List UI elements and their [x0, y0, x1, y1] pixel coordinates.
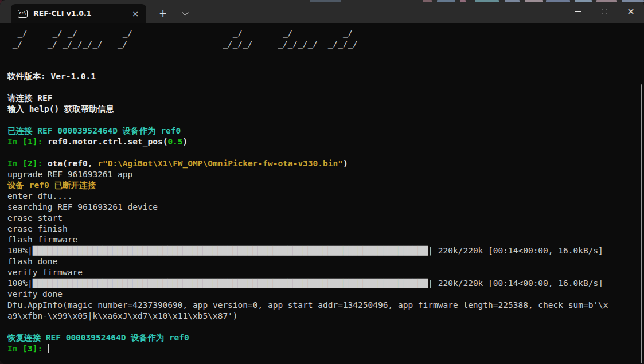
- terminal-line: In [3]:: [7, 343, 644, 354]
- tab-ref-cli[interactable]: c:\ REF-CLI v1.0.1 ×: [11, 4, 146, 23]
- terminal-line: 设备 ref0 已断开连接: [7, 180, 644, 191]
- terminal-line: 输入 help() 获取帮助信息: [7, 104, 644, 115]
- titlebar[interactable]: c:\ REF-CLI v1.0.1 × + ×: [0, 0, 644, 23]
- minimize-icon: [575, 11, 581, 12]
- terminal-line: enter dfu....: [7, 191, 644, 202]
- screen-artifact: [596, 0, 617, 2]
- screen-artifact: [546, 0, 570, 2]
- terminal-line: verify done: [7, 289, 644, 300]
- maximize-icon: [602, 9, 607, 14]
- terminal-line: Dfu.AppInfo(magic_number=4237390690, app…: [7, 300, 644, 311]
- terminal-line: [7, 147, 644, 158]
- terminal-line: _/ _/ _/ _/ _/ _/ _/: [7, 28, 644, 38]
- scrollbar-thumb[interactable]: [641, 84, 642, 364]
- screen-artifact: [622, 0, 644, 2]
- new-tab-button[interactable]: +: [154, 5, 171, 21]
- terminal-line: 100%|███████████████████████████████████…: [7, 278, 644, 289]
- minimize-button[interactable]: [565, 0, 591, 23]
- terminal-line: [7, 49, 644, 60]
- terminal-line: 已连接 REF 00003952464D 设备作为 ref0: [7, 126, 644, 136]
- terminal-line: upgrade REF 961693261 app: [7, 169, 644, 180]
- terminal-line: verify firmware: [7, 267, 644, 278]
- terminal-cursor: [48, 344, 50, 353]
- terminal-line: erase finish: [7, 224, 644, 234]
- terminal-line: [7, 115, 644, 126]
- chevron-down-icon: [182, 9, 188, 15]
- tab-close-icon[interactable]: ×: [130, 9, 140, 19]
- close-button[interactable]: ×: [618, 0, 644, 23]
- tab-dropdown-button[interactable]: [177, 5, 194, 21]
- terminal-line: 恢复连接 REF 00003952464D 设备作为 ref0: [7, 332, 644, 343]
- terminal-line: In [2]: ota(ref0, r"D:\AgiBot\X1\FW_OMP\…: [7, 158, 644, 169]
- command-prompt-icon: c:\: [18, 10, 28, 18]
- terminal-line: [7, 60, 644, 71]
- screen-artifact: [525, 0, 543, 2]
- terminal-lines: _/ _/ _/ _/ _/ _/ _/ _/ _/ _/_/_/_/ _/ _…: [7, 28, 644, 354]
- terminal-line: 100%|███████████████████████████████████…: [7, 245, 644, 256]
- tabrow-divider: [174, 8, 174, 18]
- terminal-line: In [1]: ref0.motor.ctrl.set_pos(0.5): [7, 136, 644, 147]
- terminal-line: 请连接 REF: [7, 93, 644, 104]
- screen-artifact: [423, 0, 432, 2]
- terminal-line: 软件版本: Ver-1.0.1: [7, 71, 644, 82]
- tab-title: REF-CLI v1.0.1: [33, 9, 124, 18]
- caption-buttons: ×: [565, 0, 644, 23]
- terminal-line: flash firmware: [7, 234, 644, 245]
- screen-artifact: [460, 0, 466, 2]
- terminal-line: searching REF 961693261 device: [7, 202, 644, 213]
- terminal-line: [7, 322, 644, 332]
- terminal-window: c:\ REF-CLI v1.0.1 × + × _/ _/ _/ _/ _/ …: [0, 0, 644, 364]
- terminal-line: [7, 82, 644, 93]
- screen-artifact: [575, 0, 592, 2]
- terminal-line: flash done: [7, 256, 644, 267]
- screen-artifact: [505, 0, 520, 2]
- terminal-line: erase start: [7, 213, 644, 224]
- screen-artifact: [437, 0, 455, 2]
- close-icon: ×: [627, 7, 634, 16]
- terminal-line: a9\xfbn-\x99\x05|k\xa6xJ\xd7\x10\x11\xb5…: [7, 311, 644, 322]
- screen-artifact: [475, 0, 499, 2]
- terminal-content[interactable]: _/ _/ _/ _/ _/ _/ _/ _/ _/ _/_/_/_/ _/ _…: [0, 23, 644, 364]
- screen-artifact: [310, 0, 341, 2]
- maximize-button[interactable]: [591, 0, 618, 23]
- terminal-line: _/ _/ _/_/_/_/ _/ _/_/_/ _/_/_/_/ _/_/_/: [7, 38, 644, 49]
